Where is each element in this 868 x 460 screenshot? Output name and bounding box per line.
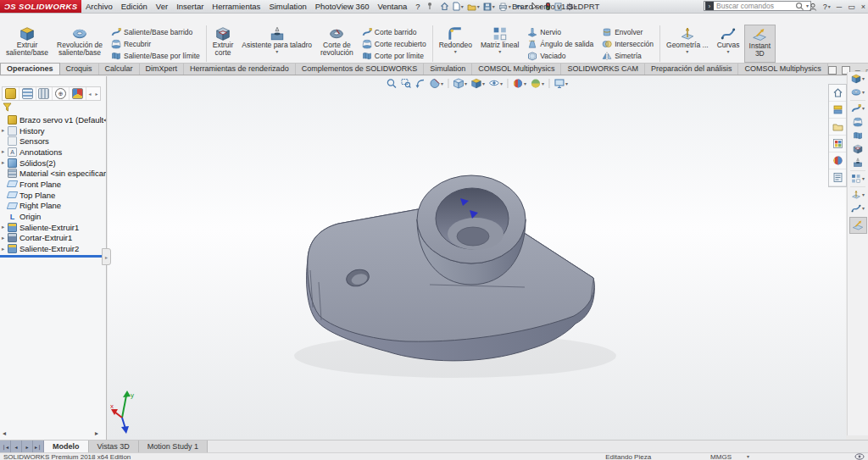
chevron-down-icon[interactable]: ▾	[747, 454, 749, 459]
tab-dimxpert[interactable]: DimXpert	[140, 64, 185, 75]
tree-item-annotations[interactable]: ▸AAnnotations	[0, 147, 106, 158]
graphics-viewport[interactable]: ▾ ▾ ▾ ▾ ▾ ▾ ▾ y x	[108, 76, 846, 440]
view-settings-button[interactable]: ▾	[554, 78, 568, 89]
home-button[interactable]	[440, 2, 449, 11]
fillet-button[interactable]: Redondeo ▾	[435, 25, 476, 63]
search-commands-box[interactable]: › Buscar comandos ▾	[704, 1, 811, 11]
tab-preparacion-analisis[interactable]: Preparación del análisis	[645, 64, 739, 75]
tree-item-material[interactable]: Material <sin especificar>	[0, 168, 106, 179]
loft-cut-button[interactable]: Corte recubierto	[362, 39, 426, 49]
menu-photoview360[interactable]: PhotoView 360	[311, 2, 374, 11]
boundary-boss-button-vertical[interactable]	[848, 129, 868, 142]
servo-arm-model[interactable]	[108, 76, 846, 440]
zoom-to-fit-button[interactable]	[386, 78, 397, 89]
extrude-cut-button[interactable]: Extruir corte	[209, 25, 238, 63]
expand-arrow-icon[interactable]: ▸	[2, 224, 8, 230]
previous-view-button[interactable]	[415, 78, 426, 89]
tab-simulation[interactable]: Simulation	[424, 64, 472, 75]
extrude-boss-button[interactable]: Extruir saliente/base	[2, 25, 53, 63]
propertymanager-tab[interactable]	[19, 87, 36, 100]
filter-funnel-icon[interactable]	[3, 103, 12, 112]
previous-record-button[interactable]: ◂	[11, 441, 22, 452]
solidworks-resources-tab[interactable]	[829, 85, 846, 102]
extrude-cut-button-vertical[interactable]	[848, 142, 868, 156]
reference-geometry-button[interactable]: Geometría ... ▾	[662, 25, 713, 63]
reference-geometry-button-vertical[interactable]: ▾	[848, 188, 868, 202]
tab-comsol-multiphysics-2[interactable]: COMSOL Multiphysics	[738, 64, 827, 75]
expand-arrow-icon[interactable]: ▸	[2, 246, 8, 252]
appearances-scenes-tab[interactable]	[829, 152, 846, 169]
instant-3d-button-vertical[interactable]	[849, 217, 867, 234]
restore-button[interactable]: ▭	[848, 3, 855, 11]
tab-strip-left-chevron[interactable]: ◂	[86, 87, 93, 100]
loft-boss-button[interactable]: Recubrir	[111, 39, 200, 49]
apply-scene-button[interactable]: ▾	[530, 78, 544, 89]
section-view-button[interactable]: ▾	[429, 78, 443, 89]
tab-vistas-3d[interactable]: Vistas 3D	[89, 441, 139, 452]
pin-menu-icon[interactable]	[426, 2, 433, 11]
user-account-icon[interactable]	[809, 3, 817, 11]
tab-modelo[interactable]: Modelo	[44, 441, 89, 452]
curves-button[interactable]: Curvas ▾	[713, 25, 744, 63]
swept-cut-button[interactable]: Corte barrido	[362, 27, 426, 37]
dimxpertmanager-tab[interactable]: ⊕	[53, 87, 70, 100]
tree-item-right-plane[interactable]: Right Plane	[0, 201, 106, 212]
tab-solidworks-cam[interactable]: SOLIDWORKS CAM	[561, 64, 645, 75]
menu-insertar[interactable]: Insertar	[172, 2, 208, 11]
tree-item-sensors[interactable]: Sensors	[0, 136, 106, 147]
linear-pattern-button-vertical[interactable]: ▾	[848, 172, 868, 186]
tree-item-history[interactable]: ▸History	[0, 125, 106, 136]
menu-help[interactable]: ?	[411, 2, 424, 11]
custom-properties-tab[interactable]	[829, 169, 846, 186]
edit-appearance-button[interactable]: ▾	[512, 78, 526, 89]
tree-item-part-root[interactable]: Brazo servo v1 (Default<<Def	[0, 114, 106, 125]
save-button[interactable]: ▾	[483, 3, 495, 11]
zoom-to-area-button[interactable]	[400, 78, 411, 89]
extrude-boss-button-vertical[interactable]: ▾	[848, 72, 868, 86]
expand-arrow-icon[interactable]: ▸	[2, 159, 8, 166]
displaymanager-tab[interactable]	[70, 87, 86, 100]
wrap-button[interactable]: Envolver	[602, 27, 654, 37]
tab-motion-study-1[interactable]: Motion Study 1	[139, 441, 208, 452]
menu-herramientas[interactable]: Herramientas	[208, 2, 264, 11]
panel-scroll-left-icon[interactable]: ◂	[3, 430, 6, 437]
view-palette-tab[interactable]	[829, 136, 846, 152]
tab-comsol-multiphysics[interactable]: COMSOL Multiphysics	[472, 64, 561, 75]
print-button[interactable]: ▾	[498, 3, 511, 11]
revolve-cut-button[interactable]: Corte de revolución	[316, 25, 358, 63]
rollback-bar[interactable]	[0, 255, 103, 258]
revolve-boss-button-vertical[interactable]: ▾	[848, 86, 868, 99]
tab-croquis[interactable]: Croquis	[60, 64, 99, 75]
tree-item-origin[interactable]: LOrigin	[0, 211, 106, 222]
open-button[interactable]: ▾	[467, 3, 480, 11]
new-window-icon[interactable]	[828, 66, 837, 75]
menu-edicion[interactable]: Edición	[117, 2, 152, 11]
menu-ver[interactable]: Ver	[152, 2, 172, 11]
instant-3d-button[interactable]: Instant 3D	[744, 25, 776, 63]
minimize-button[interactable]: ─	[837, 3, 842, 11]
file-explorer-tab[interactable]	[829, 119, 846, 136]
tab-strip-right-chevron[interactable]: ▸	[93, 87, 100, 100]
last-record-button[interactable]: ▸❘	[33, 441, 44, 452]
swept-boss-button[interactable]: Saliente/Base barrido	[111, 27, 200, 37]
tree-item-saliente-extruir1[interactable]: ▸Saliente-Extruir1	[0, 222, 106, 233]
tree-item-saliente-extruir2[interactable]: ▸Saliente-Extruir2	[0, 243, 106, 254]
curves-button-vertical[interactable]: ▾	[848, 202, 868, 215]
close-button[interactable]: ×	[861, 3, 865, 11]
first-record-button[interactable]: ❘◂	[0, 441, 11, 452]
tab-herramientas-renderizado[interactable]: Herramientas de renderizado	[184, 64, 296, 75]
tag-visibility-icon[interactable]	[854, 453, 865, 460]
menu-simulation[interactable]: Simulation	[264, 2, 310, 11]
shell-button[interactable]: Vaciado	[527, 51, 593, 61]
menu-archivo[interactable]: Archivo	[81, 2, 117, 11]
units-selector[interactable]: MMGS	[710, 453, 732, 460]
mirror-button[interactable]: Simetría	[602, 51, 654, 61]
boundary-cut-button[interactable]: Corte por límite	[362, 51, 426, 61]
intersect-button[interactable]: Intersección	[602, 39, 654, 49]
view-orientation-button[interactable]: ▾	[453, 78, 467, 89]
hole-wizard-button-vertical[interactable]	[848, 156, 868, 169]
hole-wizard-button[interactable]: Asistente para taladro ▾	[237, 25, 316, 63]
linear-pattern-button[interactable]: Matriz lineal ▾	[476, 25, 523, 63]
search-icon[interactable]	[795, 2, 804, 11]
expand-arrow-icon[interactable]: ▸	[2, 148, 8, 155]
